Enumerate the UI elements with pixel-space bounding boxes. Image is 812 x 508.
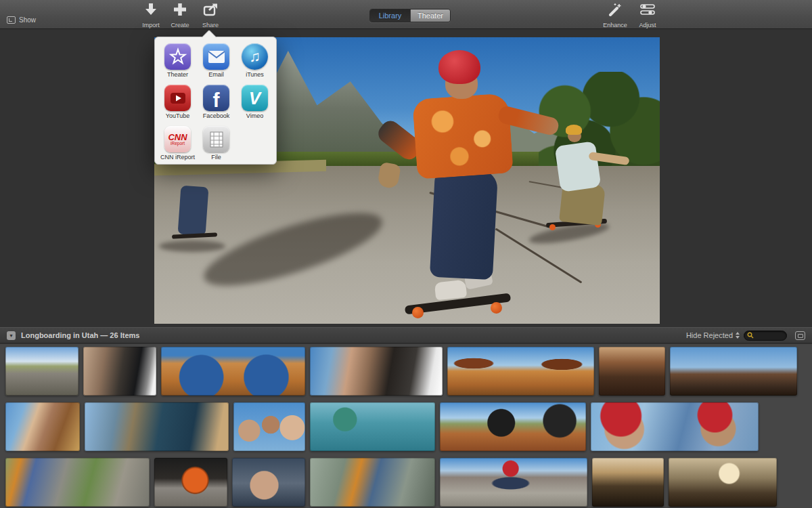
background-skater-shape [555, 141, 602, 192]
thumbnail-row [5, 347, 797, 396]
adjust-sliders-icon [640, 3, 655, 16]
share-item-facebook[interactable]: f Facebook [197, 85, 235, 126]
clip-thumbnail[interactable] [5, 402, 80, 451]
viewer-area [0, 30, 812, 327]
background-skater-shape [178, 186, 209, 236]
clip-thumbnail[interactable] [440, 458, 587, 507]
create-plus-icon [173, 3, 187, 16]
enhance-wand-icon [608, 3, 623, 16]
search-field[interactable] [744, 331, 787, 341]
clip-thumbnail[interactable] [447, 347, 594, 396]
clip-thumbnail[interactable] [592, 458, 664, 507]
show-sidebar-button[interactable]: Show [7, 16, 36, 24]
enhance-label: Enhance [603, 22, 627, 28]
clip-thumbnail[interactable] [154, 458, 227, 507]
thumbnail-row [5, 458, 777, 507]
clip-thumbnail[interactable] [310, 458, 435, 507]
clip-thumbnail[interactable] [310, 347, 443, 396]
hide-rejected-dropdown[interactable]: Hide Rejected [686, 331, 744, 339]
import-label: Import [142, 22, 160, 28]
tab-library[interactable]: Library [370, 9, 410, 22]
view-segmented-control: Library Theater [369, 9, 451, 22]
main-skater-shape [430, 167, 499, 279]
imovie-window: Show Import Create Share [0, 0, 812, 508]
tab-theater[interactable]: Theater [410, 9, 450, 22]
main-skater-shape [434, 279, 466, 300]
clip-thumbnail[interactable] [232, 458, 305, 507]
clip-thumbnail[interactable] [670, 347, 797, 396]
search-icon [747, 332, 754, 339]
show-label: Show [19, 16, 36, 24]
wheel-shape [549, 224, 556, 230]
share-item-cnn-ireport[interactable]: CNN iReport CNN iReport [158, 126, 197, 167]
share-item-file[interactable]: File [197, 126, 235, 167]
clip-thumbnail[interactable] [5, 347, 78, 396]
share-item-vimeo[interactable]: V Vimeo [235, 85, 274, 126]
clip-thumbnail[interactable] [591, 402, 759, 451]
clip-thumbnail[interactable] [669, 458, 777, 507]
thumbnail-row [5, 402, 759, 451]
itunes-note-icon: ♫ [242, 43, 268, 70]
panel-toggle-icon[interactable] [795, 331, 805, 340]
event-title: Longboarding in Utah — 26 Items [21, 331, 139, 339]
theater-star-icon [164, 43, 191, 70]
clip-thumbnail[interactable] [310, 402, 435, 451]
show-sidebar-icon [7, 16, 16, 24]
search-input[interactable] [754, 332, 784, 339]
share-item-email[interactable]: Email [197, 43, 235, 85]
file-filmstrip-icon [203, 126, 229, 152]
main-skater-shape [412, 93, 514, 179]
cnn-ireport-icon: CNN iReport [164, 126, 191, 152]
share-item-youtube[interactable]: YouTube [158, 85, 197, 126]
import-icon [143, 3, 158, 16]
wheel-shape [412, 307, 424, 318]
clip-thumbnail[interactable] [161, 347, 305, 396]
adjust-button[interactable]: Adjust [633, 3, 662, 28]
share-item-itunes[interactable]: ♫ iTunes [235, 43, 274, 85]
youtube-play-icon [164, 85, 191, 111]
clip-thumbnail[interactable] [85, 402, 229, 451]
clip-thumbnail[interactable] [599, 347, 665, 396]
adjust-label: Adjust [639, 22, 656, 28]
event-header-bar: ▾ Longboarding in Utah — 26 Items Hide R… [0, 327, 812, 343]
facebook-f-icon: f [203, 85, 229, 111]
clip-thumbnail[interactable] [83, 347, 156, 396]
clip-thumbnail[interactable] [5, 458, 150, 507]
yellow-helmet-shape [566, 125, 582, 135]
clip-thumbnail[interactable] [233, 402, 305, 451]
vimeo-v-icon: V [242, 85, 268, 111]
import-button[interactable]: Import [135, 3, 166, 28]
share-item-theater[interactable]: Theater [158, 43, 197, 85]
clip-browser [0, 344, 812, 508]
create-label: Create [171, 22, 189, 28]
share-popover: Theater Email ♫ iTunes YouTube [154, 37, 277, 165]
wheel-shape [491, 302, 502, 314]
share-button[interactable]: Share [195, 3, 226, 28]
clip-thumbnail[interactable] [440, 402, 586, 451]
share-icon [203, 3, 218, 16]
dropdown-stepper-icon [736, 332, 740, 339]
enhance-button[interactable]: Enhance [598, 3, 632, 28]
event-disclosure-icon[interactable]: ▾ [7, 331, 16, 340]
toolbar: Show Import Create Share [0, 0, 812, 29]
email-envelope-icon [203, 43, 229, 70]
red-helmet-shape [438, 50, 480, 84]
create-button[interactable]: Create [166, 3, 194, 28]
share-label: Share [202, 22, 219, 28]
